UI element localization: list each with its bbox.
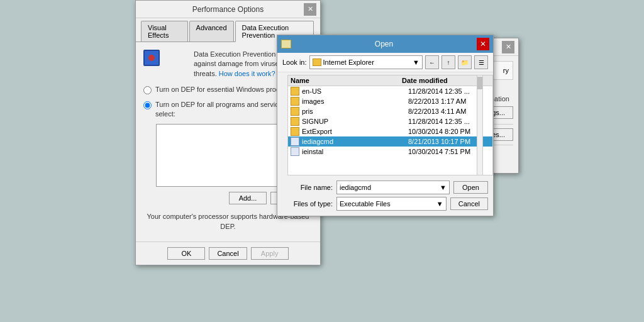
open-cancel-button[interactable]: Cancel <box>450 197 488 210</box>
scrollbar-thumb <box>477 77 482 89</box>
filetype-select[interactable]: Executable Files ▼ <box>336 197 447 211</box>
open-title: Open <box>291 40 477 48</box>
file-row-extexport[interactable]: ExtExport 10/30/2014 8:20 PM <box>288 126 492 136</box>
col-name-header: Name <box>291 77 402 84</box>
filetype-label: Files of type: <box>282 200 333 208</box>
folder-icon-extexport <box>291 127 299 136</box>
file-list-container: Name Date modified en-US 11/28/2014 12:3… <box>282 75 488 175</box>
open-file-dialog: Open ✕ Look in: Internet Explorer ▼ ← ↑ … <box>277 35 494 216</box>
open-dialog-icon <box>281 40 291 48</box>
dropdown-arrow-filetype: ▼ <box>436 200 443 208</box>
perf-apply-button[interactable]: Apply <box>251 247 289 260</box>
folder-icon-en-us <box>291 87 299 96</box>
new-folder-button[interactable]: 📁 <box>458 55 472 69</box>
dep-add-button[interactable]: Add... <box>229 192 267 204</box>
perf-titlebar: Performance Options ✕ <box>136 1 320 18</box>
folder-icon-images <box>291 97 299 106</box>
exe-icon-ieinstal <box>291 147 299 156</box>
view-button[interactable]: ☰ <box>474 55 488 69</box>
open-titlebar: Open ✕ <box>277 35 493 53</box>
open-close-button[interactable]: ✕ <box>477 38 489 50</box>
exe-icon-iediagcmd <box>291 137 299 146</box>
dropdown-arrow: ▼ <box>413 58 419 66</box>
look-in-label: Look in: <box>282 58 307 66</box>
perf-cancel-button[interactable]: Cancel <box>209 247 247 260</box>
perf-close-button[interactable]: ✕ <box>304 3 316 16</box>
open-form: File name: iediagcmd ▼ Open Files of typ… <box>277 178 493 216</box>
open-button[interactable]: Open <box>453 181 488 194</box>
filename-label: File name: <box>282 184 333 191</box>
perf-ok-button[interactable]: OK <box>167 247 205 260</box>
open-file-list[interactable]: Name Date modified en-US 11/28/2014 12:3… <box>287 75 493 175</box>
file-row-iediagcmd[interactable]: iediagcmd 8/21/2013 10:17 PM <box>288 136 492 147</box>
file-row-signup[interactable]: SIGNUP 11/28/2014 12:35 ... <box>288 116 492 126</box>
col-date-header: Date modified <box>402 77 484 84</box>
filename-row: File name: iediagcmd ▼ Open <box>282 180 488 194</box>
dropdown-arrow-filename: ▼ <box>440 184 447 191</box>
open-toolbar: Look in: Internet Explorer ▼ ← ↑ 📁 ☰ <box>277 53 493 72</box>
dep-icon <box>143 50 164 70</box>
nav-up-button[interactable]: ↑ <box>441 55 455 69</box>
look-in-dropdown[interactable]: Internet Explorer ▼ <box>309 55 423 69</box>
tab-advanced[interactable]: Advanced <box>189 21 234 42</box>
tab-visual-effects[interactable]: Visual Effects <box>141 21 188 42</box>
file-row-images[interactable]: images 8/22/2013 1:17 AM <box>288 96 492 106</box>
filename-input[interactable]: iediagcmd ▼ <box>336 180 450 194</box>
folder-icon-signup <box>291 117 299 126</box>
folder-icon <box>313 58 321 66</box>
filetype-row: Files of type: Executable Files ▼ Cancel <box>282 197 488 211</box>
file-list-header: Name Date modified <box>288 75 492 86</box>
dep-radio-all-input[interactable] <box>143 101 152 109</box>
dep-radio-essential-input[interactable] <box>143 86 152 94</box>
sys-close-button[interactable]: ✕ <box>502 41 514 53</box>
file-row-pris[interactable]: pris 8/22/2013 4:11 AM <box>288 106 492 116</box>
nav-back-button[interactable]: ← <box>425 55 439 69</box>
dep-help-link[interactable]: How does it work? <box>219 70 275 77</box>
perf-bottom-buttons: OK Cancel Apply <box>136 242 320 265</box>
file-row-ieinstal[interactable]: ieinstal 10/30/2014 7:51 PM <box>288 147 492 157</box>
folder-icon-pris <box>291 107 299 116</box>
change-btn-stub: ry <box>503 67 509 74</box>
vertical-scrollbar[interactable] <box>477 75 483 175</box>
perf-title: Performance Options <box>152 5 304 14</box>
file-row-en-us[interactable]: en-US 11/28/2014 12:35 ... <box>288 86 492 96</box>
